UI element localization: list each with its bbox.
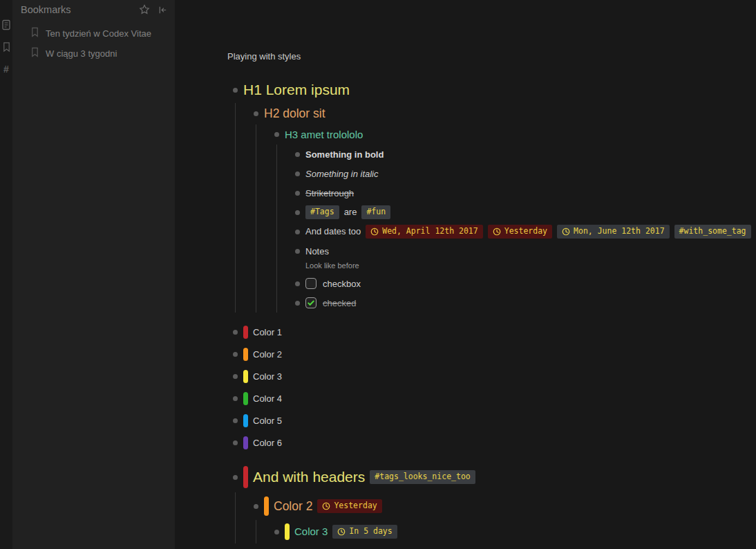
item-content[interactable]: Color 6 <box>253 438 282 448</box>
item-content[interactable]: H2 dolor sit <box>264 106 325 121</box>
date-chip[interactable]: Yesterday <box>317 499 381 513</box>
outline-node: Color 4 <box>233 387 756 409</box>
outline-row: And dates tooWed, April 12th 2017Yesterd… <box>295 222 756 241</box>
sidebar-header: Bookmarks <box>12 0 175 18</box>
bullet[interactable] <box>295 230 300 234</box>
outline-row: H1 Lorem ipsum <box>233 77 756 103</box>
item-text: H3 amet trolololo <box>285 129 363 140</box>
item-content[interactable]: Color 3 <box>253 371 282 382</box>
bookmark-item[interactable]: Ten tydzień w Codex Vitae <box>12 24 175 44</box>
outline-row: Color 2Yesterday <box>254 492 756 520</box>
item-text: Color 3 <box>294 525 328 537</box>
item-content[interactable]: Color 2Yesterday <box>274 499 382 514</box>
outline-row: Something in bold <box>295 145 756 164</box>
sidebar-title: Bookmarks <box>21 4 131 15</box>
item-content[interactable]: And with headers#tags_looks_nice_too <box>253 469 475 485</box>
item-text: Color 1 <box>253 327 282 337</box>
bookmark-item[interactable]: W ciągu 3 tygodni <box>12 44 175 64</box>
date-chip[interactable]: Yesterday <box>488 225 552 239</box>
outline-row: checkbox <box>295 274 756 293</box>
bookmarks-sidebar: Bookmarks Ten tydzień w Codex VitaeW cią… <box>12 0 175 549</box>
outline-node: Something in bold <box>295 145 756 164</box>
bookmark-icon[interactable] <box>1 41 12 53</box>
bullet[interactable] <box>233 440 238 445</box>
item-content[interactable]: Color 2 <box>253 349 282 360</box>
collapse-left-icon[interactable] <box>158 5 168 15</box>
item-text: checkbox <box>323 279 361 289</box>
outline-node: NotesLook like before <box>295 241 756 270</box>
tag-chip[interactable]: #with_some_tag <box>674 225 751 239</box>
date-chip[interactable]: Mon, June 12th 2017 <box>557 225 670 239</box>
date-chip-label: Wed, April 12th 2017 <box>382 226 478 237</box>
bullet[interactable] <box>254 111 258 116</box>
bookmark-icon <box>30 27 39 40</box>
hash-icon[interactable]: # <box>1 63 12 75</box>
bullet[interactable] <box>295 171 300 176</box>
item-content[interactable]: checkbox <box>323 279 361 289</box>
outline-node: Color 3In 5 days <box>274 520 756 543</box>
outline-node: Color 1 <box>233 321 756 343</box>
clock-icon <box>337 528 346 536</box>
bullet[interactable] <box>295 191 300 196</box>
outline-row: Color 2 <box>233 343 756 365</box>
bullet[interactable] <box>233 374 238 379</box>
date-chip-label: In 5 days <box>349 526 392 537</box>
document-icon[interactable] <box>1 19 12 30</box>
bullet[interactable] <box>295 249 300 254</box>
note-text[interactable]: Look like before <box>305 261 756 270</box>
item-text: Color 4 <box>253 393 282 404</box>
bullet[interactable] <box>233 475 238 480</box>
bullet[interactable] <box>254 504 258 509</box>
bullet[interactable] <box>233 88 238 93</box>
color-bar <box>243 414 248 427</box>
clock-icon <box>493 227 501 236</box>
checkbox[interactable] <box>305 297 316 308</box>
star-icon[interactable] <box>139 4 150 15</box>
outline-node: Something in italic <box>295 164 756 183</box>
checkbox[interactable] <box>305 278 316 289</box>
outline-node: #Tagsare#fun <box>295 203 756 222</box>
bullet[interactable] <box>233 396 238 401</box>
item-content[interactable]: Striketrough <box>305 188 354 198</box>
tag-chip[interactable]: #Tags <box>305 205 339 219</box>
item-text: H2 dolor sit <box>264 106 325 121</box>
item-content[interactable]: And dates tooWed, April 12th 2017Yesterd… <box>305 225 751 239</box>
item-content[interactable]: Notes <box>305 246 329 257</box>
bullet[interactable] <box>274 132 279 137</box>
color-bar <box>243 326 248 339</box>
date-chip-label: Yesterday <box>334 501 377 512</box>
color-bar <box>243 348 248 361</box>
item-content[interactable]: Color 5 <box>253 416 282 426</box>
item-content[interactable]: Something in bold <box>305 149 384 160</box>
item-content[interactable]: checked <box>323 298 356 308</box>
date-chip[interactable]: Wed, April 12th 2017 <box>366 225 482 239</box>
page-title[interactable]: Playing with styles <box>227 51 756 62</box>
item-content[interactable]: Color 4 <box>253 393 282 404</box>
item-content[interactable]: Color 1 <box>253 327 282 337</box>
outline-row: H2 dolor sit <box>254 103 756 124</box>
item-text: Color 2 <box>253 349 282 360</box>
item-content[interactable]: H3 amet trolololo <box>285 129 363 140</box>
item-content[interactable]: Color 3In 5 days <box>294 525 397 539</box>
bullet[interactable] <box>233 330 238 335</box>
item-content[interactable]: #Tagsare#fun <box>305 205 390 219</box>
tag-chip[interactable]: #fun <box>361 205 390 219</box>
bullet[interactable] <box>233 418 238 423</box>
bullet[interactable] <box>295 281 300 286</box>
bullet[interactable] <box>274 530 279 534</box>
bullet[interactable] <box>295 210 300 215</box>
bookmark-item-label: Ten tydzień w Codex Vitae <box>46 28 151 39</box>
bullet[interactable] <box>295 301 300 306</box>
date-chip[interactable]: In 5 days <box>332 525 397 539</box>
tag-chip[interactable]: #tags_looks_nice_too <box>370 470 475 484</box>
bullet[interactable] <box>233 352 238 357</box>
item-content[interactable]: H1 Lorem ipsum <box>243 82 350 98</box>
color-bar <box>243 392 248 405</box>
left-rail: # <box>0 0 12 549</box>
app-window: # Bookmarks Ten tydzień w Codex VitaeW c… <box>0 0 756 549</box>
outline-children: Color 2YesterdayColor 3In 5 days <box>235 492 756 543</box>
item-text: Notes <box>305 246 329 257</box>
outline-node: H3 amet trolololoSomething in boldSometh… <box>274 124 756 313</box>
item-content[interactable]: Something in italic <box>305 169 379 179</box>
bullet[interactable] <box>295 152 300 157</box>
